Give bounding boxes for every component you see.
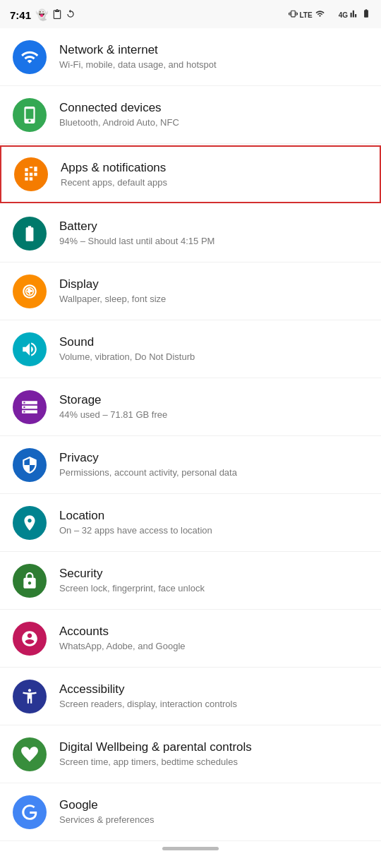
status-bar: 7:41 👻 LTE 4G <box>0 0 381 28</box>
vibrate-icon <box>289 8 298 21</box>
status-time: 7:41 <box>10 9 31 21</box>
connected-icon <box>13 98 47 132</box>
accessibility-title: Accessibility <box>59 682 368 697</box>
network-icon <box>13 40 47 74</box>
settings-item-connected[interactable]: Connected devices Bluetooth, Android Aut… <box>0 86 381 144</box>
location-title: Location <box>59 508 368 524</box>
settings-item-wellbeing[interactable]: Digital Wellbeing & parental controls Sc… <box>0 725 381 783</box>
location-icon <box>13 506 47 540</box>
network-subtitle: Wi-Fi, mobile, data usage, and hotspot <box>59 59 368 71</box>
accounts-title: Accounts <box>59 624 368 639</box>
battery-text: Battery 94% – Should last until about 4:… <box>59 219 368 248</box>
wifi-icon <box>315 8 325 21</box>
wellbeing-subtitle: Screen time, app timers, bedtime schedul… <box>59 757 368 768</box>
location-text: Location On – 32 apps have access to loc… <box>59 508 368 537</box>
settings-item-privacy[interactable]: Privacy Permissions, account activity, p… <box>0 436 381 494</box>
wellbeing-icon <box>13 737 47 771</box>
display-subtitle: Wallpaper, sleep, font size <box>59 294 368 306</box>
network-title: Network & internet <box>59 42 368 58</box>
storage-text: Storage 44% used – 71.81 GB free <box>59 392 368 421</box>
privacy-text: Privacy Permissions, account activity, p… <box>59 450 368 479</box>
signal-bars-icon <box>350 8 359 21</box>
display-text: Display Wallpaper, sleep, font size <box>59 277 368 306</box>
security-icon <box>13 564 47 598</box>
settings-item-accounts[interactable]: Accounts WhatsApp, Adobe, and Google <box>0 610 381 668</box>
settings-item-apps[interactable]: Apps & notifications Recent apps, defaul… <box>0 145 381 203</box>
accessibility-text: Accessibility Screen readers, display, i… <box>59 682 368 711</box>
location-subtitle: On – 32 apps have access to location <box>59 525 368 537</box>
battery-settings-icon <box>13 217 47 251</box>
accessibility-icon <box>13 680 47 713</box>
settings-item-security[interactable]: Security Screen lock, fingerprint, face … <box>0 552 381 610</box>
sound-text: Sound Volume, vibration, Do Not Disturb <box>59 334 368 363</box>
google-text: Google Services & preferences <box>59 797 368 826</box>
snapchat-icon: 👻 <box>35 8 49 21</box>
accounts-subtitle: WhatsApp, Adobe, and Google <box>59 641 368 653</box>
sound-icon <box>13 332 47 366</box>
security-title: Security <box>59 566 368 581</box>
battery-icon <box>361 8 371 21</box>
sync-icon <box>66 9 75 21</box>
network-text: Network & internet Wi-Fi, mobile, data u… <box>59 42 368 71</box>
google-subtitle: Services & preferences <box>59 814 368 826</box>
battery-subtitle: 94% – Should last until about 4:15 PM <box>59 236 368 248</box>
google-title: Google <box>59 797 368 813</box>
storage-icon <box>13 390 47 424</box>
settings-item-battery[interactable]: Battery 94% – Should last until about 4:… <box>0 205 381 263</box>
accessibility-subtitle: Screen readers, display, interaction con… <box>59 699 368 711</box>
status-left: 7:41 👻 <box>10 8 75 22</box>
sound-title: Sound <box>59 334 368 350</box>
settings-item-accessibility[interactable]: Accessibility Screen readers, display, i… <box>0 668 381 725</box>
settings-item-display[interactable]: Display Wallpaper, sleep, font size <box>0 263 381 320</box>
google-icon <box>13 795 47 829</box>
settings-item-network[interactable]: Network & internet Wi-Fi, mobile, data u… <box>0 28 381 86</box>
settings-item-storage[interactable]: Storage 44% used – 71.81 GB free <box>0 378 381 436</box>
storage-title: Storage <box>59 392 368 408</box>
accounts-text: Accounts WhatsApp, Adobe, and Google <box>59 624 368 653</box>
connected-title: Connected devices <box>59 100 368 116</box>
display-title: Display <box>59 277 368 292</box>
4g-lte-icon: LTE <box>300 11 313 19</box>
settings-item-sound[interactable]: Sound Volume, vibration, Do Not Disturb <box>0 320 381 378</box>
scroll-indicator <box>0 841 381 853</box>
accounts-icon <box>13 622 47 656</box>
status-right: LTE 4G <box>289 8 372 21</box>
scroll-bar <box>162 847 219 850</box>
wellbeing-title: Digital Wellbeing & parental controls <box>59 740 368 755</box>
privacy-title: Privacy <box>59 450 368 466</box>
privacy-subtitle: Permissions, account activity, personal … <box>59 467 368 479</box>
security-subtitle: Screen lock, fingerprint, face unlock <box>59 583 368 595</box>
settings-item-location[interactable]: Location On – 32 apps have access to loc… <box>0 494 381 552</box>
apps-title: Apps & notifications <box>61 160 367 176</box>
security-text: Security Screen lock, fingerprint, face … <box>59 566 368 595</box>
apps-icon <box>14 157 48 191</box>
sound-subtitle: Volume, vibration, Do Not Disturb <box>59 351 368 363</box>
settings-item-google[interactable]: Google Services & preferences <box>0 783 381 841</box>
battery-title: Battery <box>59 219 368 234</box>
display-icon <box>13 275 47 308</box>
4g-text: 4G <box>339 11 348 19</box>
wellbeing-text: Digital Wellbeing & parental controls Sc… <box>59 740 368 768</box>
status-icons-left: 👻 <box>35 8 75 22</box>
privacy-icon <box>13 448 47 482</box>
apps-subtitle: Recent apps, default apps <box>61 177 367 189</box>
signal-icon <box>327 8 337 21</box>
clipboard-icon <box>52 8 62 22</box>
settings-list: Network & internet Wi-Fi, mobile, data u… <box>0 28 381 841</box>
connected-text: Connected devices Bluetooth, Android Aut… <box>59 100 368 129</box>
apps-text: Apps & notifications Recent apps, defaul… <box>61 160 367 189</box>
storage-subtitle: 44% used – 71.81 GB free <box>59 409 368 421</box>
connected-subtitle: Bluetooth, Android Auto, NFC <box>59 117 368 129</box>
